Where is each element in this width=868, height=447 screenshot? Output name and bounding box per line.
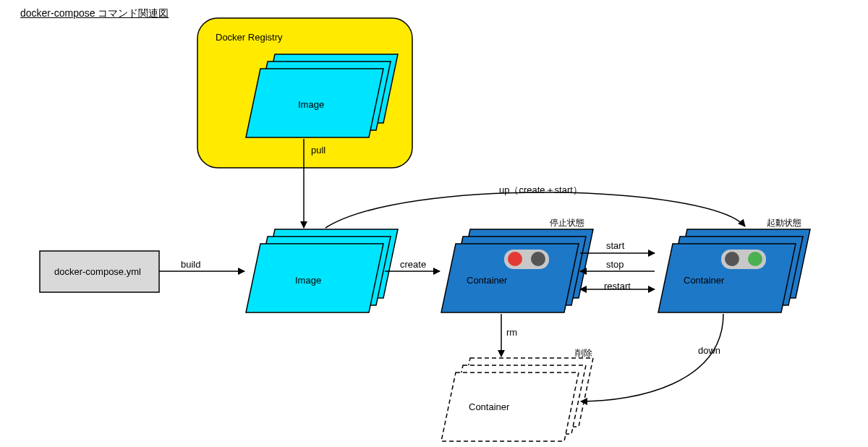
label-build: build [181,259,200,270]
label-up: up（create＋start） [499,184,582,197]
arrow-up [326,192,745,228]
svg-point-17 [748,252,762,266]
registry-image-stack [246,54,398,137]
label-pull: pull [311,145,326,156]
svg-point-16 [725,252,739,266]
svg-marker-20 [441,372,579,441]
local-image-stack [246,229,398,312]
container-stopped-label: Container [467,275,507,286]
yml-file-label: docker-compose.yml [54,266,141,277]
container-running-label: Container [684,275,724,286]
container-deleted-title: 削除 [575,347,592,359]
container-running-stack [658,229,810,312]
container-stopped-title: 停止状態 [550,217,584,229]
svg-point-10 [508,252,522,266]
registry-title: Docker Registry [216,32,282,43]
registry-image-label: Image [298,99,324,110]
label-rm: rm [506,327,517,338]
label-start: start [606,240,624,251]
container-running-title: 起動状態 [767,217,801,229]
container-deleted-stack [441,358,593,441]
diagram-title: docker-compose コマンド関連図 [20,7,169,20]
label-restart: restart [604,281,631,291]
container-stopped-stack [441,229,593,312]
label-stop: stop [606,259,624,270]
local-image-label: Image [295,275,321,286]
svg-point-11 [531,252,545,266]
diagram-canvas [0,0,868,447]
label-down: down [698,345,720,356]
container-deleted-label: Container [469,401,509,412]
arrow-down [581,314,723,401]
label-create: create [400,259,426,270]
